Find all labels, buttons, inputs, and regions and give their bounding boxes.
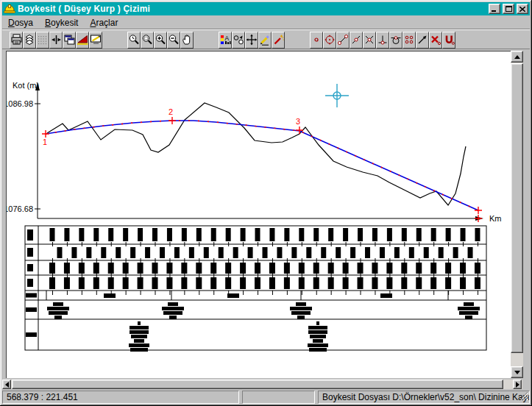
- band-value-text: [204, 247, 209, 258]
- band-value-text: [108, 277, 114, 289]
- band-value-text: [284, 228, 289, 241]
- axis-button[interactable]: [49, 32, 63, 49]
- scroll-right-button[interactable]: [513, 380, 522, 389]
- band-value-text: [269, 277, 275, 289]
- band-value-text: [475, 263, 480, 274]
- horizontal-scroll-thumb[interactable]: [12, 380, 503, 389]
- menu-araçlar[interactable]: Araçlar: [84, 16, 124, 29]
- menu-boykesit[interactable]: Boykesit: [39, 16, 84, 29]
- menu-dosya[interactable]: Dosya: [2, 16, 39, 29]
- band-value-text: [57, 247, 63, 258]
- band-value-text: [123, 277, 129, 289]
- snap-magnet-button[interactable]: [442, 32, 455, 49]
- kurp-detail-text: [138, 321, 141, 325]
- kurp-detail-text: [130, 330, 149, 334]
- magic-wand-button[interactable]: [272, 32, 285, 49]
- vertex-cross-marker: [169, 117, 176, 124]
- band-value-text: [93, 263, 99, 274]
- band-value-text: [219, 247, 224, 258]
- move-button[interactable]: [245, 32, 258, 49]
- edit-pencil-button[interactable]: [258, 32, 272, 49]
- band-value-text: [255, 228, 260, 241]
- close-button[interactable]: [517, 4, 528, 14]
- colors-button[interactable]: A: [219, 32, 232, 49]
- app-icon: [4, 4, 15, 15]
- zoom-out-button[interactable]: [167, 32, 180, 49]
- pan-button[interactable]: [180, 32, 194, 49]
- band-value-text: [460, 263, 466, 274]
- snap-center-button[interactable]: [323, 32, 336, 49]
- band-value-text: [123, 228, 128, 241]
- snap-tangent-button[interactable]: [389, 32, 402, 49]
- band-value-text: [240, 263, 246, 274]
- vertex-number-label: 1: [43, 138, 47, 146]
- snap-none-button[interactable]: [429, 32, 442, 49]
- screen-edit-button[interactable]: [89, 32, 102, 49]
- title-bar: Boykesit ( Düşey Kurp ) Çizimi: [2, 2, 530, 15]
- band-value-text: [64, 228, 69, 241]
- rotate-points-button[interactable]: [232, 32, 245, 49]
- band-value-text: [461, 228, 466, 241]
- scroll-down-button[interactable]: [511, 366, 523, 378]
- maximize-button[interactable]: [503, 4, 514, 14]
- band-value-text: [439, 247, 444, 258]
- snap-perpendicular-button[interactable]: [376, 32, 389, 49]
- snap-midpoint-button[interactable]: [350, 32, 363, 49]
- vertical-scroll-thumb[interactable]: [511, 63, 523, 353]
- band-value-text: [196, 277, 202, 289]
- band-value-text: [299, 228, 304, 241]
- band-value-text: [210, 263, 216, 274]
- zoom-in-button[interactable]: [154, 32, 167, 49]
- snap-quadrant-button[interactable]: [402, 32, 416, 49]
- curve-info-text: [296, 302, 306, 306]
- app-window: Boykesit ( Düşey Kurp ) Çizimi DosyaBoyk…: [0, 0, 532, 406]
- grid-button[interactable]: [36, 32, 49, 49]
- band-value-text: [210, 277, 216, 289]
- grid-icon: [37, 34, 49, 46]
- resize-grip[interactable]: [519, 391, 528, 402]
- band-value-text: [299, 263, 305, 274]
- band-value-text: [167, 228, 172, 241]
- x-axis-title: Km: [489, 214, 502, 223]
- band-value-text: [138, 277, 143, 289]
- kurp-detail-text: [130, 326, 149, 330]
- band-value-text: [394, 247, 400, 258]
- band-row-label: [27, 264, 33, 271]
- zoom-window-button[interactable]: [141, 32, 154, 49]
- band-value-text: [475, 228, 480, 241]
- snap-point-button[interactable]: [310, 32, 323, 49]
- band-value-text: [387, 228, 392, 241]
- segment-label-text: [227, 293, 239, 298]
- status-message: Boykesit Dosyası D:\Örnekler\v52_son\ Di…: [322, 392, 530, 402]
- vertex-cross-marker: [296, 127, 303, 134]
- drawing-area[interactable]: Kot (m)Km1086.981076.68123: [6, 51, 511, 378]
- scroll-up-button[interactable]: [511, 51, 523, 63]
- band-value-text: [358, 277, 363, 289]
- zoom-previous-button[interactable]: [127, 32, 141, 49]
- snap-endpoint-icon: [337, 34, 349, 46]
- band-value-text: [225, 263, 231, 274]
- band-value-text: [196, 228, 202, 241]
- zoom-out-icon: [168, 34, 180, 46]
- horizontal-scrollbar[interactable]: [2, 380, 528, 389]
- kurp-detail-text: [131, 335, 147, 338]
- band-value-text: [101, 247, 106, 258]
- band-value-text: [160, 247, 165, 258]
- scroll-left-button[interactable]: [2, 380, 11, 389]
- band-value-text: [299, 277, 305, 289]
- minimize-button[interactable]: [489, 4, 500, 14]
- snap-endpoint-button[interactable]: [336, 32, 350, 49]
- snap-intersection-button[interactable]: [363, 32, 376, 49]
- snap-nearest-button[interactable]: [416, 32, 429, 49]
- vertical-scrollbar[interactable]: [511, 51, 523, 378]
- y-tick-label: 1076.68: [7, 204, 33, 213]
- drawing-svg: Kot (m)Km1086.981076.68123: [7, 51, 511, 379]
- print-button[interactable]: [10, 32, 23, 49]
- band-value-text: [138, 228, 143, 241]
- slope-button[interactable]: [76, 32, 89, 49]
- layers-button[interactable]: [23, 32, 36, 49]
- cascade-button[interactable]: [63, 32, 76, 49]
- band-value-text: [328, 228, 333, 241]
- edit-pencil-icon: [259, 34, 271, 46]
- band-value-text: [468, 247, 473, 258]
